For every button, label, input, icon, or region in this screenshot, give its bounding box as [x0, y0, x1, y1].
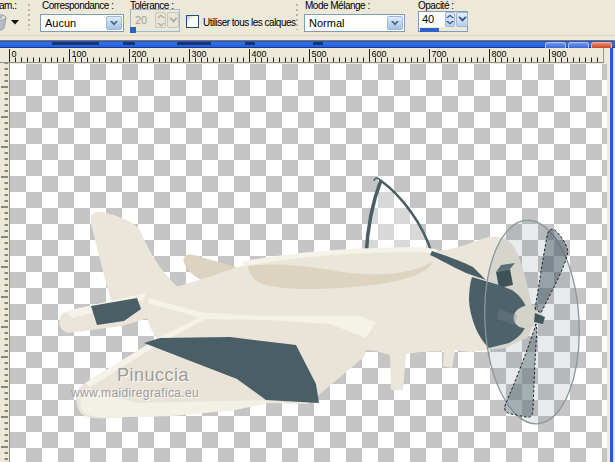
svg-text:100: 100 [72, 49, 87, 59]
svg-text:600: 600 [372, 49, 387, 59]
svg-text:700: 700 [432, 49, 447, 59]
svg-text:200: 200 [132, 49, 147, 59]
svg-text:800: 800 [492, 49, 507, 59]
svg-text:400: 400 [252, 49, 267, 59]
svg-text:0: 0 [12, 49, 17, 59]
svg-text:900: 900 [552, 49, 567, 59]
svg-text:300: 300 [192, 49, 207, 59]
svg-text:500: 500 [312, 49, 327, 59]
